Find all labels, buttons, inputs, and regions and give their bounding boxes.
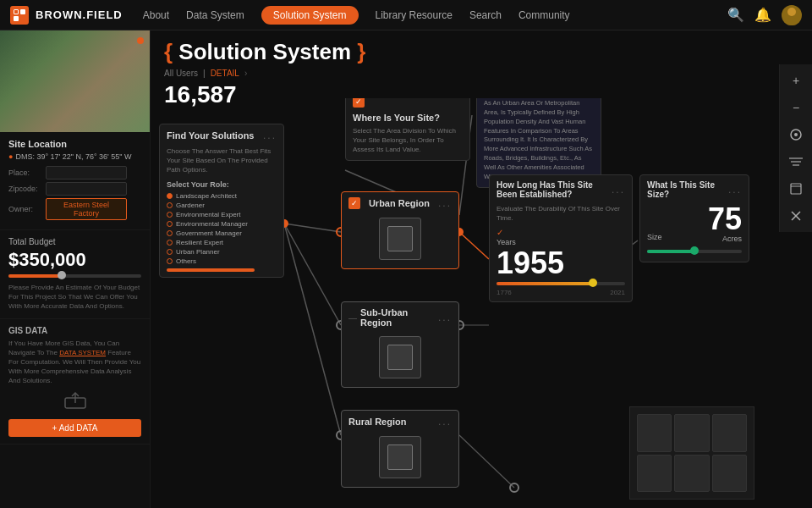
- find-solutions-menu[interactable]: ...: [263, 130, 277, 141]
- expand-button[interactable]: [783, 176, 809, 202]
- urban-icon: [379, 218, 421, 260]
- add-data-button[interactable]: + Add DATA: [8, 419, 141, 437]
- search-icon[interactable]: 🔍: [727, 7, 744, 23]
- svg-point-28: [510, 483, 518, 492]
- find-solutions-title: Find Your Solutions: [167, 130, 254, 141]
- urban-header: ✓ Urban Region ...: [342, 192, 458, 212]
- sidebar: Site Location ● DMS: 39° 17' 22" N, 76° …: [0, 30, 151, 508]
- years-slider[interactable]: [497, 282, 625, 285]
- role-env-manager[interactable]: Environmental Manager: [167, 220, 277, 228]
- bell-icon[interactable]: 🔔: [754, 7, 771, 23]
- urban-region-card: ✓ Urban Region ...: [341, 191, 459, 269]
- filter-button[interactable]: [783, 149, 809, 174]
- where-is-site-body: Where Is Your Site? Select The Area Divi…: [346, 110, 469, 160]
- svg-line-21: [459, 435, 514, 488]
- zipcode-input[interactable]: [46, 182, 127, 196]
- info-box-text: An Urban Region, Often Referred To As An…: [484, 98, 594, 182]
- avatar[interactable]: [782, 5, 802, 25]
- canvas: Find Your Solutions ... Choose The Answe…: [151, 98, 785, 508]
- owner-value: Eastern Steel Factory: [46, 198, 127, 220]
- role-urban-planner[interactable]: Urban Planner: [167, 248, 277, 256]
- urban-menu[interactable]: ...: [438, 197, 452, 209]
- role-radio-env-expert: [167, 212, 173, 218]
- how-long-check: ✓: [497, 228, 503, 237]
- years-max: 2021: [610, 289, 625, 296]
- zoom-in-button[interactable]: +: [783, 68, 809, 93]
- find-solutions-body: Choose The Answer That Best Fits Your Si…: [160, 144, 283, 277]
- svg-point-0: [787, 8, 796, 16]
- zipcode-row: Zipcode:: [8, 182, 141, 196]
- role-label-env-manager: Environmental Manager: [176, 220, 248, 228]
- breadcrumb-all-users[interactable]: All Users: [164, 69, 198, 78]
- owner-row: Owner: Eastern Steel Factory: [8, 198, 141, 220]
- svg-line-14: [284, 224, 341, 325]
- urban-title: Urban Region: [369, 198, 430, 208]
- find-solutions-card: Find Your Solutions ... Choose The Answe…: [159, 124, 284, 278]
- role-radio-env-manager: [167, 221, 173, 227]
- title-brace-open: {: [164, 39, 178, 64]
- grid-inner: [630, 407, 754, 499]
- site-size-menu[interactable]: ...: [728, 184, 742, 196]
- suburban-menu[interactable]: ...: [438, 312, 452, 323]
- role-landscape[interactable]: Landscape Architect: [167, 192, 277, 200]
- rural-menu[interactable]: ...: [438, 416, 452, 428]
- site-size-title: What Is This Site Size?: [647, 180, 728, 199]
- where-is-site-header: ✓: [346, 98, 469, 110]
- nav-library[interactable]: Library Resource: [376, 9, 453, 21]
- size-slider[interactable]: [647, 250, 742, 253]
- rural-inner-icon: [387, 444, 413, 470]
- rural-icon: [379, 436, 421, 478]
- navbar: BROWN.FIELD About Data System Solution S…: [0, 0, 812, 30]
- role-options: Select Your Role: Landscape Architect Ga…: [167, 180, 277, 272]
- zoom-out-button[interactable]: −: [783, 95, 809, 120]
- size-display: Size 75 Acres: [647, 204, 742, 243]
- grid-cell-6: [712, 455, 747, 493]
- role-gardener[interactable]: Gardener: [167, 202, 277, 209]
- where-is-site-text: Select The Area Division To Which Your S…: [353, 126, 463, 155]
- settings-button[interactable]: [783, 122, 809, 147]
- nav-community[interactable]: Community: [518, 9, 570, 21]
- place-input[interactable]: [46, 166, 127, 179]
- role-label-urban-planner: Urban Planner: [176, 248, 220, 256]
- role-others[interactable]: Others: [167, 257, 277, 265]
- budget-description: Please Provide An Estimate Of Your Budge…: [8, 283, 141, 312]
- zipcode-label: Zipcode:: [8, 185, 46, 193]
- nav-solution-system[interactable]: Solution System: [261, 6, 359, 25]
- gis-link[interactable]: DATA SYSTEM: [59, 349, 106, 356]
- role-radio-gardener: [167, 202, 173, 208]
- breadcrumb-detail[interactable]: DETAIL: [211, 69, 239, 78]
- rural-header: Rural Region ...: [342, 411, 458, 430]
- svg-line-17: [459, 232, 489, 259]
- nav-links: About Data System Solution System Librar…: [143, 6, 727, 25]
- site-size-card: What Is This Site Size? ... Size 75 Acre…: [639, 174, 749, 262]
- urban-body: [342, 212, 458, 268]
- upload-area[interactable]: [8, 391, 141, 414]
- breadcrumb: All Users | DETAIL ›: [164, 69, 798, 78]
- place-label: Place:: [8, 168, 46, 177]
- breadcrumb-separator: |: [203, 69, 206, 78]
- find-solutions-text: Choose The Answer That Best Fits Your Si…: [167, 146, 277, 175]
- title-text: Solution System: [178, 39, 351, 64]
- how-long-menu[interactable]: ...: [612, 184, 625, 196]
- nav-search[interactable]: Search: [469, 9, 502, 21]
- nav-data-system[interactable]: Data System: [186, 9, 244, 21]
- breadcrumb-arrow: ›: [244, 69, 247, 78]
- role-gov-manager[interactable]: Government Manager: [167, 229, 277, 237]
- page-title: { Solution System }: [164, 39, 798, 65]
- role-resilient[interactable]: Resilient Expert: [167, 239, 277, 246]
- size-label: Size: [647, 233, 662, 241]
- close-button[interactable]: [783, 203, 809, 229]
- urban-check: ✓: [348, 197, 360, 209]
- role-env-expert[interactable]: Environmental Expert: [167, 211, 277, 218]
- role-radio-resilient: [167, 240, 173, 246]
- budget-title: Total Budget: [8, 237, 141, 246]
- how-long-body: Evaluate The Durability Of This Site Ove…: [490, 202, 632, 301]
- budget-slider[interactable]: [8, 274, 141, 278]
- how-long-subtitle: Evaluate The Durability Of This Site Ove…: [497, 204, 625, 223]
- role-radio-landscape: [167, 193, 173, 199]
- grid-cell-1: [637, 414, 672, 452]
- grid-cell-4: [637, 455, 672, 493]
- role-radio-urban-planner: [167, 249, 173, 255]
- grid-preview-card: [629, 406, 754, 500]
- nav-about[interactable]: About: [143, 9, 169, 21]
